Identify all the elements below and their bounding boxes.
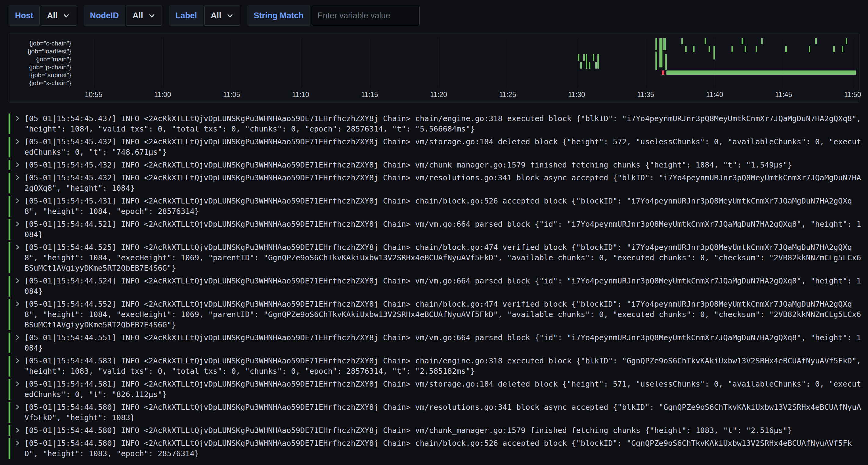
gridline [439, 38, 439, 87]
variables-toolbar: Host All NodeID All Label All String Mat… [0, 0, 868, 26]
log-row[interactable]: [05-01|15:54:44.521] INFO <2AcRkXTLLtQjv… [8, 219, 868, 240]
expand-chevron-icon[interactable] [14, 137, 25, 158]
event-mark [593, 54, 594, 61]
log-row[interactable]: [05-01|15:54:45.431] INFO <2AcRkXTLLtQjv… [8, 196, 868, 217]
event-mark [578, 54, 579, 61]
log-line-text: [05-01|15:54:44.580] INFO <2AcRkXTLLtQjv… [25, 438, 868, 459]
log-volume-plot[interactable] [75, 38, 857, 87]
event-mark [742, 38, 743, 44]
log-row[interactable]: [05-01|15:54:44.524] INFO <2AcRkXTLLtQjv… [8, 276, 868, 297]
event-mark [580, 62, 582, 69]
log-level-indicator [8, 113, 10, 134]
log-row[interactable]: [05-01|15:54:45.432] INFO <2AcRkXTLLtQjv… [8, 173, 868, 194]
series-label: {job="x-chain"} [11, 79, 75, 87]
gridline [93, 38, 94, 87]
log-level-indicator [8, 379, 10, 400]
log-row[interactable]: [05-01|15:54:45.432] INFO <2AcRkXTLLtQjv… [8, 137, 868, 158]
log-level-indicator [8, 299, 10, 330]
event-mark [709, 46, 710, 52]
variable-label-value: All [211, 11, 221, 21]
gridline [784, 38, 784, 87]
log-level-indicator [8, 160, 10, 170]
series-labels: {job="c-chain"}{job="loadtest"}{job="mai… [11, 38, 75, 101]
variable-nodeid-value: All [132, 11, 143, 21]
expand-chevron-icon[interactable] [14, 425, 25, 436]
variable-host: Host All [8, 5, 76, 26]
time-tick-label: 11:35 [637, 91, 654, 99]
time-tick-label: 11:50 [844, 91, 861, 99]
log-line-text: [05-01|15:54:44.580] INFO <2AcRkXTLLtQjv… [25, 402, 868, 423]
log-volume-panel: {job="c-chain"}{job="loadtest"}{job="mai… [8, 34, 860, 102]
event-mark [785, 46, 787, 52]
log-level-indicator [8, 402, 10, 423]
log-row[interactable]: [05-01|15:54:45.437] INFO <2AcRkXTLLtQjv… [8, 113, 868, 134]
expand-chevron-icon[interactable] [14, 299, 25, 330]
event-mark [809, 46, 810, 52]
event-mark [665, 54, 667, 70]
expand-chevron-icon[interactable] [14, 160, 25, 170]
gridline [301, 38, 301, 87]
expand-chevron-icon[interactable] [14, 276, 25, 297]
variable-host-dropdown[interactable]: All [41, 5, 76, 26]
log-row[interactable]: [05-01|15:54:44.583] INFO <2AcRkXTLLtQjv… [8, 356, 868, 376]
expand-chevron-icon[interactable] [14, 219, 25, 240]
log-line-text: [05-01|15:54:44.525] INFO <2AcRkXTLLtQjv… [25, 242, 868, 273]
expand-chevron-icon[interactable] [14, 113, 25, 134]
log-level-indicator [8, 219, 10, 240]
variable-host-label: Host [8, 5, 40, 26]
event-mark [597, 54, 599, 69]
gridline [162, 38, 163, 87]
time-tick-label: 11:00 [154, 91, 171, 99]
time-tick-label: 11:10 [292, 91, 309, 99]
log-row[interactable]: [05-01|15:54:44.551] INFO <2AcRkXTLLtQjv… [8, 333, 868, 353]
event-mark [815, 38, 817, 44]
log-row[interactable]: [05-01|15:54:44.525] INFO <2AcRkXTLLtQjv… [8, 242, 868, 273]
log-line-text: [05-01|15:54:45.432] INFO <2AcRkXTLLtQjv… [25, 160, 868, 170]
event-mark [705, 38, 706, 44]
expand-chevron-icon[interactable] [14, 379, 25, 400]
log-line-text: [05-01|15:54:44.552] INFO <2AcRkXTLLtQjv… [25, 299, 868, 330]
log-level-indicator [8, 425, 10, 436]
log-level-indicator [8, 137, 10, 158]
event-mark [693, 46, 694, 52]
event-band [666, 70, 856, 75]
chevron-down-icon [148, 12, 155, 19]
log-row[interactable]: [05-01|15:54:45.432] INFO <2AcRkXTLLtQjv… [8, 160, 868, 170]
log-row[interactable]: [05-01|15:54:44.552] INFO <2AcRkXTLLtQjv… [8, 299, 868, 330]
log-level-indicator [8, 276, 10, 297]
log-row[interactable]: [05-01|15:54:44.580] INFO <2AcRkXTLLtQjv… [8, 438, 868, 459]
event-mark [663, 38, 666, 51]
expand-chevron-icon[interactable] [14, 438, 25, 459]
expand-chevron-icon[interactable] [14, 196, 25, 217]
event-mark [833, 46, 835, 52]
gridline [715, 38, 715, 87]
log-row[interactable]: [05-01|15:54:44.580] INFO <2AcRkXTLLtQjv… [8, 425, 868, 436]
variable-host-value: All [47, 11, 58, 21]
log-row[interactable]: [05-01|15:54:44.581] INFO <2AcRkXTLLtQjv… [8, 379, 868, 400]
gridline [370, 38, 370, 87]
expand-chevron-icon[interactable] [14, 173, 25, 194]
variable-label: Label All [169, 5, 240, 26]
log-row[interactable]: [05-01|15:54:44.580] INFO <2AcRkXTLLtQjv… [8, 402, 868, 423]
log-level-indicator [8, 173, 10, 194]
event-mark [589, 62, 590, 69]
string-match-input[interactable] [311, 6, 420, 25]
log-level-indicator [8, 242, 10, 273]
expand-chevron-icon[interactable] [14, 356, 25, 376]
variable-label-dropdown[interactable]: All [204, 5, 240, 26]
expand-chevron-icon[interactable] [14, 242, 25, 273]
event-mark [846, 38, 847, 44]
variable-nodeid-dropdown[interactable]: All [126, 5, 162, 26]
expand-chevron-icon[interactable] [14, 333, 25, 353]
plot-area-wrap: 10:5511:0011:0511:1011:1511:2011:2511:30… [75, 38, 857, 101]
gridline [646, 38, 646, 87]
expand-chevron-icon[interactable] [14, 402, 25, 423]
event-mark [681, 38, 683, 44]
series-label: {job="loadtest"} [11, 47, 75, 55]
log-level-indicator [8, 438, 10, 459]
string-match-label: String Match [247, 5, 310, 26]
time-tick-label: 11:45 [775, 91, 792, 99]
chevron-down-icon [63, 12, 70, 19]
gridline [853, 38, 853, 87]
error-event-mark [662, 70, 664, 75]
